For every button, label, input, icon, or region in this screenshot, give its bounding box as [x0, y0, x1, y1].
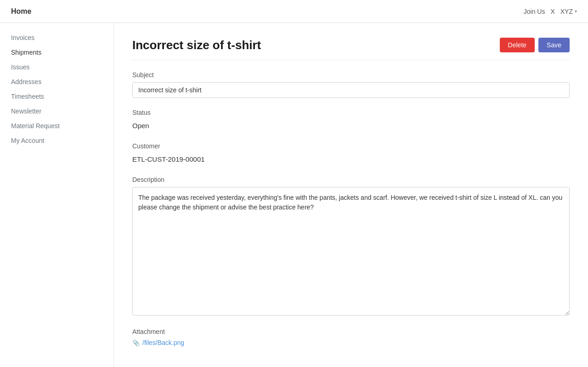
user-label: XYZ: [560, 8, 573, 15]
description-group: Description The package was received yes…: [132, 176, 570, 317]
sidebar-item-material-request[interactable]: Material Request: [0, 119, 113, 133]
sidebar-item-issues[interactable]: Issues: [0, 60, 113, 74]
save-button[interactable]: Save: [538, 38, 570, 52]
main-content: Incorrect size of t-shirt Delete Save Su…: [114, 23, 588, 367]
status-label: Status: [132, 109, 570, 116]
sidebar-item-timesheets[interactable]: Timesheets: [0, 89, 113, 104]
attachment-group: Attachment 📎 /files/Back.png: [132, 328, 570, 346]
customer-value: ETL-CUST-2019-00001: [132, 153, 570, 165]
subject-group: Subject: [132, 71, 570, 98]
attachment-link[interactable]: 📎 /files/Back.png: [132, 339, 570, 346]
x-button[interactable]: X: [550, 8, 554, 15]
chevron-down-icon: ▾: [575, 9, 577, 14]
user-menu[interactable]: XYZ ▾: [560, 8, 577, 15]
delete-button[interactable]: Delete: [500, 38, 535, 52]
status-group: Status Open: [132, 109, 570, 131]
status-value: Open: [132, 120, 570, 131]
description-label: Description: [132, 176, 570, 183]
sidebar-item-invoices[interactable]: Invoices: [0, 30, 113, 45]
customer-group: Customer ETL-CUST-2019-00001: [132, 142, 570, 165]
topnav-right: Join Us X XYZ ▾: [524, 8, 577, 15]
attachment-link-text: /files/Back.png: [142, 339, 184, 346]
page-title: Incorrect size of t-shirt: [132, 38, 261, 52]
subject-input[interactable]: [132, 82, 570, 98]
sidebar-item-shipments[interactable]: Shipments: [0, 45, 113, 60]
header-actions: Delete Save: [500, 38, 570, 52]
attachment-label: Attachment: [132, 328, 570, 335]
description-textarea[interactable]: The package was received yesterday, ever…: [132, 187, 570, 316]
sidebar-item-addresses[interactable]: Addresses: [0, 74, 113, 89]
subject-label: Subject: [132, 71, 570, 79]
page-header: Incorrect size of t-shirt Delete Save: [132, 38, 570, 60]
paperclip-icon: 📎: [132, 339, 140, 346]
sidebar-item-newsletter[interactable]: Newsletter: [0, 104, 113, 119]
sidebar-item-my-account[interactable]: My Account: [0, 133, 113, 148]
home-link[interactable]: Home: [11, 7, 31, 16]
join-us-link[interactable]: Join Us: [524, 8, 545, 15]
topnav: Home Join Us X XYZ ▾: [0, 0, 588, 23]
sidebar: Invoices Shipments Issues Addresses Time…: [0, 23, 114, 367]
layout: Invoices Shipments Issues Addresses Time…: [0, 23, 588, 367]
customer-label: Customer: [132, 142, 570, 150]
